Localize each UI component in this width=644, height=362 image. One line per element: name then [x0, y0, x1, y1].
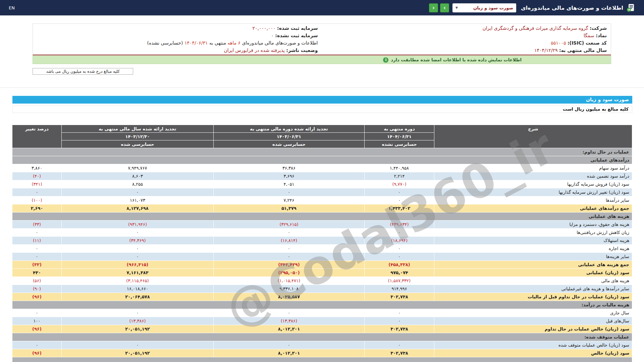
- value-restated-year: ۰: [62, 253, 214, 261]
- interim-audit-suffix: (حسابرسی نشده): [147, 40, 183, 46]
- value-restated-year: ۲۰,۰۵۱,۱۹۲: [62, 325, 214, 333]
- value-current-period: ۰: [365, 309, 434, 317]
- value-restated-year: ۰: [62, 341, 214, 349]
- value-restated-year: (۹۳۱,۹۴۶): [62, 221, 214, 229]
- page-title: اطلاعات و صورت‌های مالی میاندوره‌ای: [521, 5, 623, 11]
- table-row: سایر هزینه‌ها۰۰۰۰: [12, 253, 632, 261]
- row-label: سال جاری: [434, 309, 632, 317]
- value-restated-period: ۸,۰۱۲,۲۰۱: [214, 325, 365, 333]
- table-row: هزینه های حقوق، دستمزد و مزایا(۴۳۹,۶۳۴)(…: [12, 221, 632, 229]
- section-row: هزینه مالیات بر درآمد:: [12, 301, 632, 309]
- value-change-percent: ۰: [12, 253, 62, 261]
- company-name-label: شرکت:: [590, 25, 607, 31]
- header-restated-year-date: ۱۴۰۳/۱۲/۳۰: [62, 133, 214, 140]
- row-label: سایر درآمدها و هزینه های غیرعملیاتی: [434, 285, 632, 293]
- value-restated-year: ۷,۹۴۹,۷۶۷: [62, 164, 214, 172]
- header-restated-period-date: ۱۴۰۳/۰۶/۳۱: [214, 133, 365, 140]
- value-restated-year: ۸,۱۲۷,۶۹۸: [62, 204, 214, 213]
- value-restated-period: ۸,۰۱۲,۲۰۱: [214, 349, 365, 357]
- value-restated-period: ۰: [214, 229, 365, 237]
- value-restated-year: (۱۳,۳۸۶): [62, 317, 214, 325]
- row-label: سود (زیان) فروش سرمایه گذاریها: [434, 180, 632, 188]
- previous-report-button[interactable]: ‹: [429, 3, 438, 12]
- report-units-note: کلیه مبالغ به میلیون ریال است: [12, 106, 632, 113]
- company-info-right-column: شرکت: گروه سرمایه گذاری میراث فرهنگی و گ…: [322, 24, 611, 55]
- table-row: هزینه استهلاک(۱۸,۶۹۴)(۱۶,۸۱۴)(۳۴,۳۶۹)(۱۱…: [12, 237, 632, 245]
- language-toggle[interactable]: EN: [9, 5, 15, 10]
- value-change-percent: ۰: [12, 229, 62, 237]
- value-restated-period: (۳۲۹,۶۱۵): [214, 221, 365, 229]
- value-restated-period: ۰: [214, 341, 365, 349]
- registered-capital-row: سرمایه ثبت شده: ۲۰,۰۰۰,۰۰۰: [33, 24, 322, 32]
- value-change-percent: (۵۶): [12, 277, 62, 285]
- value-restated-year: (۹۶۶,۳۱۵): [62, 261, 214, 269]
- table-row: زیان کاهش ارزش دریافتنی‌ها۰۰۰۰: [12, 229, 632, 237]
- interim-date-value: ۱۴۰۴/۰۶/۳۱: [184, 40, 208, 46]
- value-restated-year: ۲۰,۰۶۴,۵۷۸: [62, 293, 214, 301]
- interim-period-row: اطلاعات و صورت‌های مالی میاندوره‌ای ۶ ما…: [33, 39, 322, 47]
- report-type-select-value: صورت سود و زیان: [473, 5, 513, 10]
- row-label: جمع درآمدهای عملیاتی: [434, 204, 632, 213]
- symbol-label: نماد:: [596, 33, 607, 38]
- header-description: شرح: [434, 125, 632, 148]
- section-row: درآمدهای عملیاتی: [12, 156, 632, 164]
- row-label: سود (زیان) عملیات در حال تداوم قبل از ما…: [434, 293, 632, 301]
- value-restated-year: ۰: [62, 309, 214, 317]
- section-label: عملیات در حال تداوم:: [12, 148, 632, 156]
- header-restated-period-audit: حسابرسی شده: [214, 140, 365, 148]
- section-label: درآمدهای عملیاتی: [12, 156, 632, 164]
- report-type-select[interactable]: صورت سود و زیان ▼: [452, 3, 516, 12]
- value-change-percent: ۳,۸۶۰: [12, 164, 62, 172]
- section-divider: [0, 87, 644, 88]
- value-change-percent: (۳۲): [12, 261, 62, 269]
- value-restated-period: ۹,۳۳۶,۱۰۸: [214, 285, 365, 293]
- table-row: سود (زیان) عملیات در حال تداوم قبل از ما…: [12, 293, 632, 301]
- value-restated-year: ۲۰,۰۵۱,۱۹۲: [62, 349, 214, 357]
- units-box: کلیه مبالغ درج شده به میلیون ریال می باش…: [33, 68, 133, 75]
- value-restated-period: (۱۶,۸۱۴): [214, 237, 365, 245]
- section-label: هزینه مالیات بر درآمد:: [12, 301, 632, 309]
- fiscal-year-value: ۱۴۰۴/۱۲/۲۹: [534, 48, 558, 53]
- publisher-status-value: پذیرفته شده در فرابورس ایران: [224, 48, 284, 53]
- table-row: سود (زیان) عملیاتی۹۷۵,۰۷۴(۲۹۵,۰۵۰)۷,۱۶۱,…: [12, 269, 632, 277]
- isic-label: کد صنعت (ISIC):: [568, 40, 607, 46]
- row-label: درآمد سود تضمین شده: [434, 172, 632, 180]
- table-row: درآمد سود سهام۱,۴۴۰,۹۵۸۳۶,۳۸۶۷,۹۴۹,۷۶۷۳,…: [12, 164, 632, 172]
- value-current-period: ۰: [365, 229, 434, 237]
- table-row: سایر درآمدها۰۷,۲۴۶۱۶۱,۰۷۳(۱۰۰): [12, 196, 632, 204]
- value-current-period: ۱,۴۴۰,۹۵۸: [365, 164, 434, 172]
- registered-capital-value: ۲۰,۰۰۰,۰۰۰: [253, 25, 276, 31]
- table-row: جمع درآمدهای عملیاتی۱,۴۳۳,۴۰۲۵۱,۳۷۹۸,۱۲۷…: [12, 204, 632, 213]
- value-current-period: ۱,۴۳۳,۴۰۲: [365, 204, 434, 213]
- value-current-period: ۲,۲۱۴: [365, 172, 434, 180]
- row-label: هزینه استهلاک: [434, 237, 632, 245]
- value-change-percent: (۴۰): [12, 172, 62, 180]
- value-current-period: ۰: [365, 253, 434, 261]
- signed-data-notice: اطلاعات نمایش داده شده با اطلاعات امضا ش…: [33, 56, 611, 64]
- value-restated-period: ۴,۰۵۱: [214, 180, 365, 188]
- table-row: سود (زیان) فروش سرمایه گذاریها(۹,۷۷۰)۴,۰…: [12, 180, 632, 188]
- value-restated-period: ۳,۶۹۶: [214, 172, 365, 180]
- next-report-button[interactable]: ›: [440, 3, 449, 12]
- topbar: اطلاعات و صورت‌های مالی میاندوره‌ای صورت…: [0, 0, 644, 15]
- row-label: زیان کاهش ارزش دریافتنی‌ها: [434, 229, 632, 237]
- fiscal-year-label: سال مالی منتهی به:: [559, 48, 607, 53]
- unregistered-capital-row: سرمایه ثبت نشده: ۰: [33, 32, 322, 39]
- table-row: سود (زیان) خالص عملیات در حال تداوم۳۰۲,۷…: [12, 325, 632, 333]
- value-change-percent: (۹۶): [12, 349, 62, 357]
- report-logo-icon: [627, 3, 635, 12]
- value-current-period: ۰: [365, 245, 434, 253]
- page: اطلاعات و صورت‌های مالی میاندوره‌ای صورت…: [0, 0, 644, 362]
- value-restated-period: ۰: [214, 188, 365, 196]
- value-change-percent: ۰: [12, 341, 62, 349]
- unregistered-capital-label: سرمایه ثبت نشده:: [275, 33, 318, 38]
- unregistered-capital-value: ۰: [271, 33, 274, 38]
- row-label: سود (زیان) عملیاتی: [434, 269, 632, 277]
- report-section-title: صورت سود و زیان: [12, 96, 632, 104]
- table-row: سال‌های قبل۰(۱۳,۳۸۶)(۱۳,۳۸۶)۱۰۰: [12, 317, 632, 325]
- row-label: سایر هزینه‌ها: [434, 253, 632, 261]
- value-change-percent: (۹۶): [12, 325, 62, 333]
- table-row: سایر درآمدها و هزینه های غیرعملیاتی۹۱۴,۹…: [12, 285, 632, 293]
- header-current-period-audit: حسابرسی نشده: [365, 140, 434, 148]
- value-current-period: ۳۰۲,۷۳۸: [365, 325, 434, 333]
